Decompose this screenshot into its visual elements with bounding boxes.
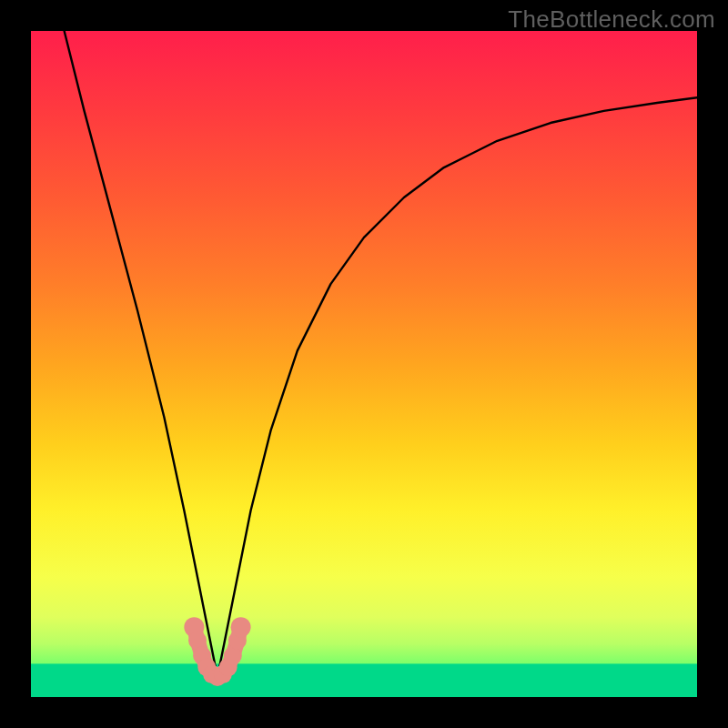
bottleneck-chart <box>0 0 728 728</box>
watermark-text: TheBottleneck.com <box>508 5 715 34</box>
valley-marker-dot <box>231 617 251 637</box>
green-zone-band <box>31 663 697 697</box>
valley-marker-dot <box>224 647 242 665</box>
valley-marker-dot <box>188 632 207 650</box>
chart-frame: TheBottleneck.com <box>0 0 728 728</box>
plot-background <box>31 31 697 697</box>
